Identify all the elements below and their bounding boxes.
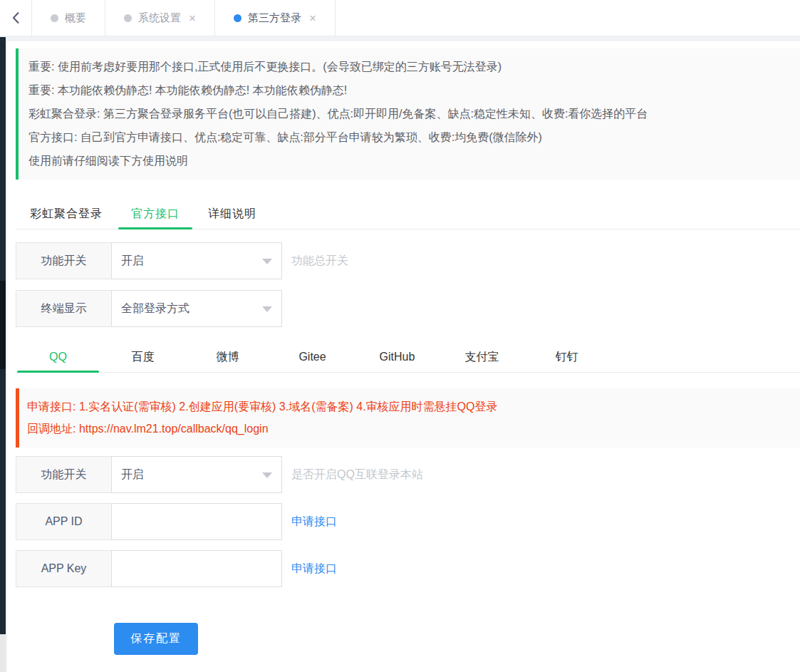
content-panel: 重要: 使用前考虑好要用那个接口,正式使用后不更换接口。(会导致已绑定的三方账号… bbox=[7, 41, 800, 672]
field-label: 终端显示 bbox=[16, 290, 112, 327]
chevron-down-icon bbox=[262, 306, 272, 312]
login-mode-tabs: 彩虹聚合登录 官方接口 详细说明 bbox=[16, 198, 800, 229]
tab-third-party-login[interactable]: 第三方登录 × bbox=[215, 0, 336, 36]
tab-rainbow-aggregate-login[interactable]: 彩虹聚合登录 bbox=[16, 198, 117, 229]
tab-provider-gitee[interactable]: Gitee bbox=[270, 341, 355, 372]
chevron-down-icon bbox=[262, 259, 272, 264]
app-key-field-box bbox=[111, 550, 282, 587]
feature-switch-select[interactable]: 开启 bbox=[111, 242, 282, 279]
chevron-left-icon bbox=[12, 11, 20, 24]
tab-provider-dingtalk[interactable]: 钉钉 bbox=[524, 341, 609, 372]
select-value: 开启 bbox=[112, 254, 144, 269]
tab-label: 概要 bbox=[65, 11, 86, 25]
tab-status-dot bbox=[234, 14, 241, 22]
select-value: 全部登录方式 bbox=[112, 301, 189, 316]
chevron-down-icon bbox=[262, 472, 272, 478]
qq-feature-switch-select[interactable]: 开启 bbox=[111, 456, 282, 493]
save-config-button[interactable]: 保存配置 bbox=[114, 623, 198, 655]
app-key-input[interactable] bbox=[112, 551, 281, 586]
notice-line: 重要: 使用前考虑好要用那个接口,正式使用后不更换接口。(会导致已绑定的三方账号… bbox=[28, 55, 786, 78]
warning-line: 申请接口: 1.实名认证(需审核) 2.创建应用(要审核) 3.域名(需备案) … bbox=[27, 396, 789, 418]
warning-line-callback-url: 回调地址: https://nav.lm21.top/callback/qq_l… bbox=[27, 418, 789, 440]
tab-provider-qq[interactable]: QQ bbox=[16, 341, 100, 372]
notice-line: 彩虹聚合登录: 第三方聚合登录服务平台(也可以自己搭建)、优点:即开即用/免备案… bbox=[28, 102, 786, 125]
sidebar-sliver-active-item bbox=[0, 281, 6, 369]
notice-line: 重要: 本功能依赖伪静态! 本功能依赖伪静态! 本功能依赖伪静态! bbox=[28, 78, 786, 102]
tab-label: 第三方登录 bbox=[248, 11, 301, 25]
tab-label: 系统设置 bbox=[138, 11, 181, 25]
field-label: APP ID bbox=[16, 503, 112, 540]
notice-line: 使用前请仔细阅读下方使用说明 bbox=[28, 149, 786, 172]
field-label: 功能开关 bbox=[16, 242, 112, 279]
form-row-feature-switch: 功能开关 开启 功能总开关 bbox=[16, 242, 348, 279]
sidebar-sliver-footer bbox=[0, 634, 6, 672]
form-row-terminal-display: 终端显示 全部登录方式 bbox=[16, 290, 282, 327]
tabs-scroll-left-button[interactable] bbox=[0, 0, 32, 36]
form-row-app-key: APP Key 申请接口 bbox=[16, 550, 337, 587]
notice-line: 官方接口: 自己到官方申请接口、优点:稳定可靠、缺点:部分平台申请较为繁琐、收费… bbox=[28, 125, 786, 149]
field-label: APP Key bbox=[16, 550, 112, 587]
tab-provider-github[interactable]: GitHub bbox=[355, 341, 440, 372]
field-hint: 功能总开关 bbox=[291, 254, 348, 269]
app-id-field-box bbox=[111, 503, 282, 540]
form-row-app-id: APP ID 申请接口 bbox=[16, 503, 337, 540]
apply-api-link[interactable]: 申请接口 bbox=[291, 562, 337, 577]
tag-nav-bar: 概要 系统设置 × 第三方登录 × bbox=[0, 0, 800, 36]
tab-provider-alipay[interactable]: 支付宝 bbox=[440, 341, 524, 372]
select-value: 开启 bbox=[112, 467, 144, 482]
tab-detailed-instructions[interactable]: 详细说明 bbox=[194, 198, 271, 229]
tab-provider-weibo[interactable]: 微博 bbox=[185, 341, 270, 372]
close-tab-icon[interactable]: × bbox=[309, 12, 316, 24]
tab-provider-baidu[interactable]: 百度 bbox=[100, 341, 185, 372]
field-label: 功能开关 bbox=[16, 456, 112, 493]
provider-tabs: QQ 百度 微博 Gitee GitHub 支付宝 钉钉 bbox=[16, 341, 800, 373]
close-tab-icon[interactable]: × bbox=[189, 12, 196, 24]
tab-overview[interactable]: 概要 bbox=[32, 0, 105, 36]
terminal-display-select[interactable]: 全部登录方式 bbox=[111, 290, 282, 327]
tab-status-dot bbox=[124, 14, 132, 22]
app-id-input[interactable] bbox=[112, 504, 281, 539]
apply-api-link[interactable]: 申请接口 bbox=[291, 515, 337, 529]
qq-api-warning-box: 申请接口: 1.实名认证(需审核) 2.创建应用(要审核) 3.域名(需备案) … bbox=[16, 388, 800, 448]
field-hint: 是否开启QQ互联登录本站 bbox=[291, 467, 423, 482]
form-row-qq-feature-switch: 功能开关 开启 是否开启QQ互联登录本站 bbox=[16, 456, 423, 493]
tab-status-dot bbox=[51, 14, 58, 22]
usage-notice-box: 重要: 使用前考虑好要用那个接口,正式使用后不更换接口。(会导致已绑定的三方账号… bbox=[16, 48, 800, 180]
tab-official-api[interactable]: 官方接口 bbox=[117, 198, 194, 229]
tab-system-settings[interactable]: 系统设置 × bbox=[105, 0, 215, 36]
